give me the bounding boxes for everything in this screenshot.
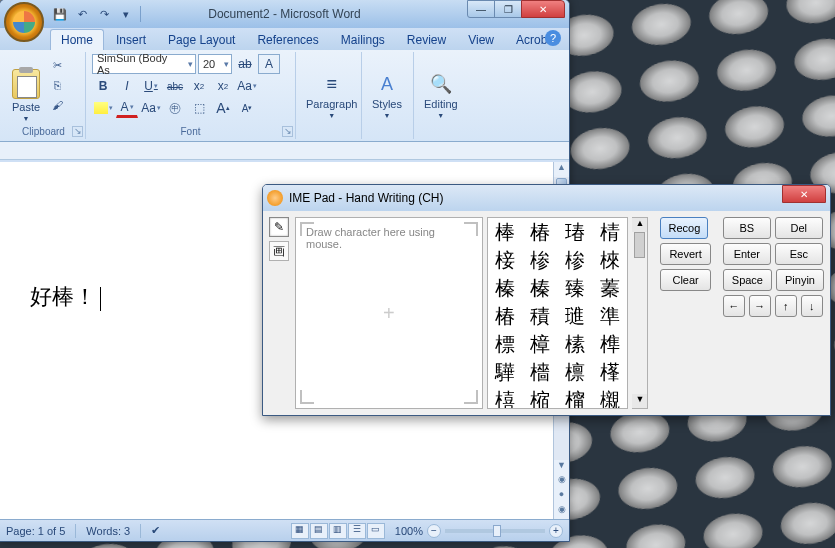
paragraph-button[interactable]: ≡ Paragraph▼ [302, 54, 361, 137]
bold-button[interactable]: B [92, 76, 114, 96]
enter-button[interactable]: Enter [723, 243, 771, 265]
view-outline-icon[interactable]: ☰ [348, 523, 366, 539]
qat-customize-icon[interactable]: ▾ [116, 4, 136, 24]
cand-scroll-up-icon[interactable]: ▲ [632, 218, 647, 232]
qat-redo-icon[interactable]: ↷ [94, 4, 114, 24]
underline-button[interactable]: U [140, 76, 162, 96]
ime-titlebar[interactable]: IME Pad - Hand Writing (CH) ✕ [263, 185, 830, 211]
candidate-char[interactable]: 棈 [592, 218, 627, 246]
esc-button[interactable]: Esc [775, 243, 823, 265]
pinyin-button[interactable]: Pinyin [776, 269, 824, 291]
view-reading-icon[interactable]: ▤ [310, 523, 328, 539]
minimize-button[interactable]: — [467, 0, 495, 18]
bs-button[interactable]: BS [723, 217, 771, 239]
next-page-icon[interactable]: ◉ [554, 504, 569, 519]
candidate-char[interactable]: 璡 [558, 302, 593, 330]
subscript-button[interactable]: x2 [188, 76, 210, 96]
format-painter-icon[interactable]: 🖌 [47, 96, 67, 114]
tab-insert[interactable]: Insert [106, 30, 156, 50]
change-case-button-2[interactable]: Aa [140, 98, 162, 118]
candidate-char[interactable]: 樟 [523, 330, 558, 358]
space-button[interactable]: Space [723, 269, 772, 291]
candidate-char[interactable]: 標 [488, 330, 523, 358]
right-button[interactable]: → [749, 295, 771, 317]
view-web-icon[interactable]: ▥ [329, 523, 347, 539]
candidate-char[interactable]: 檣 [523, 358, 558, 386]
styles-button[interactable]: A Styles▼ [368, 54, 406, 137]
browse-object-icon[interactable]: ● [554, 489, 569, 504]
scroll-down-icon[interactable]: ▼ [554, 460, 569, 475]
candidate-char[interactable]: 橣 [558, 386, 593, 409]
ruler[interactable] [0, 142, 569, 160]
zoom-out-button[interactable]: − [427, 524, 441, 538]
paste-button[interactable]: Paste ▼ [8, 54, 44, 137]
italic-button[interactable]: I [116, 76, 138, 96]
qat-save-icon[interactable]: 💾 [50, 4, 70, 24]
status-page[interactable]: Page: 1 of 5 [6, 525, 65, 537]
candidate-char[interactable]: 椄 [488, 246, 523, 274]
candidate-char[interactable]: 驊 [488, 358, 523, 386]
view-draft-icon[interactable]: ▭ [367, 523, 385, 539]
candidate-char[interactable]: 蓁 [592, 274, 627, 302]
left-button[interactable]: ← [723, 295, 745, 317]
candidate-char[interactable]: 榛 [523, 274, 558, 302]
candidate-char[interactable]: 榫 [592, 330, 627, 358]
font-dialog-icon[interactable]: ↘ [282, 126, 293, 137]
stroke-tool-icon[interactable]: 画 [269, 241, 289, 261]
grow-font-button[interactable]: A▴ [212, 98, 234, 118]
cand-scroll-thumb[interactable] [634, 232, 645, 258]
highlight-button[interactable] [92, 98, 114, 118]
candidate-char[interactable]: 檩 [558, 358, 593, 386]
candidate-char[interactable]: 橲 [488, 386, 523, 409]
zoom-level[interactable]: 100% [395, 525, 423, 537]
handwriting-tool-icon[interactable]: ✎ [269, 217, 289, 237]
scroll-up-icon[interactable]: ▲ [554, 162, 569, 177]
strikethrough-button[interactable]: abc [164, 76, 186, 96]
superscript-button[interactable]: x2 [212, 76, 234, 96]
candidate-char[interactable]: 積 [523, 302, 558, 330]
shrink-font-button[interactable]: A▾ [236, 98, 258, 118]
prev-page-icon[interactable]: ◉ [554, 474, 569, 489]
candidate-char[interactable]: 瑃 [558, 218, 593, 246]
cand-scroll-down-icon[interactable]: ▼ [632, 394, 647, 408]
tab-page-layout[interactable]: Page Layout [158, 30, 245, 50]
change-case-button[interactable]: Aa [236, 76, 258, 96]
candidate-scrollbar[interactable]: ▲ ▼ [632, 217, 648, 409]
ime-close-button[interactable]: ✕ [782, 185, 826, 203]
qat-undo-icon[interactable]: ↶ [72, 4, 92, 24]
tab-home[interactable]: Home [50, 29, 104, 50]
candidate-char[interactable]: 榛 [488, 274, 523, 302]
up-button[interactable]: ↑ [775, 295, 797, 317]
copy-icon[interactable]: ⎘ [47, 76, 67, 94]
candidate-char[interactable]: 椮 [558, 246, 593, 274]
recog-button[interactable]: Recog [660, 217, 708, 239]
tab-view[interactable]: View [458, 30, 504, 50]
candidate-char[interactable]: 櫬 [592, 386, 627, 409]
candidate-char[interactable]: 棶 [592, 246, 627, 274]
font-color-button[interactable]: A [116, 98, 138, 118]
candidate-char[interactable]: 棒 [488, 218, 523, 246]
drawing-pad[interactable]: Draw character here using mouse. + [295, 217, 483, 409]
candidate-char[interactable]: 樎 [523, 386, 558, 409]
status-words[interactable]: Words: 3 [86, 525, 130, 537]
candidate-char[interactable]: 臻 [558, 274, 593, 302]
del-button[interactable]: Del [775, 217, 823, 239]
candidate-char[interactable]: 椿 [523, 218, 558, 246]
office-button[interactable] [4, 2, 44, 42]
status-proof-icon[interactable]: ✔ [151, 524, 160, 537]
word-titlebar[interactable]: 💾 ↶ ↷ ▾ Document2 - Microsoft Word — ❐ ✕ [0, 0, 569, 28]
candidate-char[interactable]: 榡 [558, 330, 593, 358]
zoom-thumb[interactable] [493, 525, 501, 537]
tab-review[interactable]: Review [397, 30, 456, 50]
cut-icon[interactable]: ✂ [47, 56, 67, 74]
help-icon[interactable]: ? [545, 30, 561, 46]
clear-formatting-icon[interactable]: ab [234, 54, 256, 74]
candidate-char[interactable]: 椮 [523, 246, 558, 274]
phonetic-guide-icon[interactable]: A [258, 54, 280, 74]
tab-mailings[interactable]: Mailings [331, 30, 395, 50]
down-button[interactable]: ↓ [801, 295, 823, 317]
revert-button[interactable]: Revert [660, 243, 710, 265]
font-size-combo[interactable]: 20 [198, 54, 232, 74]
view-print-icon[interactable]: ▦ [291, 523, 309, 539]
char-border-icon[interactable]: ㊥ [164, 98, 186, 118]
